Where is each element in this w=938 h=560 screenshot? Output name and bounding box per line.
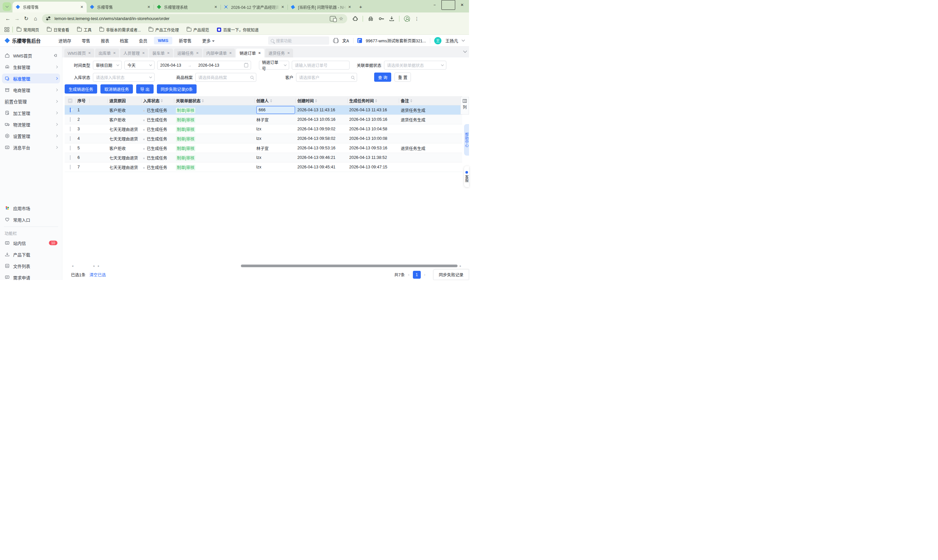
- url-text[interactable]: lemon-test.lemeng-test.cn/wms/standard/i…: [54, 16, 330, 21]
- close-icon[interactable]: ✕: [214, 5, 217, 9]
- date-from[interactable]: 2026-04-13: [160, 63, 181, 68]
- collapse-sidebar-icon[interactable]: [53, 54, 57, 57]
- extensions-puzzle-icon[interactable]: [352, 16, 358, 22]
- cancel-return-task-button[interactable]: 取消销退任务: [100, 85, 133, 94]
- translate-icon[interactable]: [330, 16, 336, 22]
- column-settings-button[interactable]: 列: [460, 97, 469, 115]
- scroll-right-icon[interactable]: ▸: [459, 264, 462, 268]
- password-key-icon[interactable]: [378, 16, 384, 22]
- prev-page-button[interactable]: ‹: [408, 272, 409, 277]
- app-logo[interactable]: 乐檬零售后台: [5, 37, 41, 44]
- date-to[interactable]: 2026-04-13: [198, 63, 219, 68]
- forward-button[interactable]: →: [12, 14, 22, 23]
- sidebar-item-processing[interactable]: 加工管理: [2, 108, 60, 118]
- sidebar-item-message-platform[interactable]: 消息平台: [2, 143, 60, 152]
- print-icon[interactable]: [333, 38, 338, 43]
- sidebar-item-file-list[interactable]: 文件列表: [2, 261, 60, 271]
- reload-button[interactable]: ↻: [22, 14, 31, 23]
- scroll-left-icon[interactable]: ◂: [71, 264, 74, 268]
- menu-item-wms[interactable]: WMS: [154, 37, 172, 44]
- row-checkbox[interactable]: [65, 165, 75, 169]
- user-name[interactable]: 王扬凡: [445, 37, 458, 44]
- new-tab-button[interactable]: +: [357, 2, 365, 11]
- sidebar-item-settings[interactable]: 设置管理: [2, 131, 60, 141]
- col-creator[interactable]: 创建人: [254, 96, 295, 105]
- clear-selection-link[interactable]: 清空已选: [89, 271, 106, 278]
- menu-item-jxc[interactable]: 进销存: [54, 36, 75, 45]
- sidebar-item-wms-home[interactable]: WMS首页: [2, 51, 60, 60]
- storage-status-select[interactable]: 请选择入库状态: [93, 73, 155, 82]
- export-button[interactable]: 导 出: [136, 85, 153, 94]
- back-button[interactable]: ←: [3, 14, 12, 23]
- org-account-name[interactable]: 99677-wms测试账套新页面321...: [366, 37, 426, 44]
- row-checkbox[interactable]: [65, 117, 75, 122]
- page-tab-transport[interactable]: 运输任务✕: [174, 49, 202, 57]
- creator-edit-input[interactable]: [256, 106, 295, 114]
- apps-grid-icon[interactable]: [5, 27, 9, 32]
- browser-tab-2[interactable]: 乐檬零售 ✕: [87, 2, 154, 12]
- row-checkbox[interactable]: [65, 108, 75, 112]
- close-icon[interactable]: ✕: [258, 51, 261, 55]
- close-icon[interactable]: ✕: [80, 5, 83, 9]
- scroll-left-icon[interactable]: ◂: [97, 264, 100, 268]
- browser-tab-5[interactable]: [当前任务] 问题导航器 - NHSo ✕: [288, 2, 354, 12]
- close-icon[interactable]: ✕: [113, 51, 115, 55]
- menu-item-report[interactable]: 报表: [97, 36, 113, 45]
- sidebar-item-request[interactable]: 需求申请: [2, 272, 60, 280]
- date-range-picker[interactable]: 2026-04-13 → 2026-04-13: [157, 61, 251, 69]
- close-icon[interactable]: ✕: [142, 51, 145, 55]
- table-horizontal-scrollbar[interactable]: ◂ ▸: [97, 264, 462, 268]
- table-row[interactable]: 1 客户拒收 已生成任务 制单|审核 2026-04-13 11:43:16 2…: [65, 105, 462, 115]
- customer-select[interactable]: 请选择客户: [296, 73, 357, 82]
- browser-tab-3[interactable]: 乐檬管理系统 ✕: [154, 2, 221, 12]
- table-row[interactable]: 5 客户拒收 已生成任务 制单|审核 林子宣 2026-04-13 09:53:…: [65, 143, 462, 153]
- table-row[interactable]: 2 客户拒收 已生成任务 制单|审核 林子宣 2026-04-13 10:05:…: [65, 115, 462, 125]
- scroll-right-icon[interactable]: ▸: [92, 264, 96, 268]
- reset-button[interactable]: 重 置: [395, 72, 411, 82]
- tab-overflow-chevron-icon[interactable]: [463, 49, 467, 52]
- fixed-columns-scrollbar[interactable]: ◂ ▸: [71, 264, 96, 268]
- address-bar[interactable]: lemon-test.lemeng-test.cn/wms/standard/i…: [42, 14, 347, 23]
- close-icon[interactable]: ✕: [148, 5, 150, 9]
- bookmark-folder[interactable]: 产品工作处理: [149, 27, 179, 32]
- sidebar-item-inbox[interactable]: 站内信 10: [2, 238, 60, 248]
- bookmark-baidu[interactable]: 百度一下，你就知道: [217, 27, 258, 32]
- minimize-button[interactable]: −: [427, 0, 441, 10]
- select-all-checkbox[interactable]: [65, 96, 75, 105]
- sidebar-item-front-warehouse[interactable]: 前置仓管理: [2, 97, 60, 106]
- bookmark-folder[interactable]: 非版本的需求或者...: [100, 27, 141, 32]
- page-tab-sales-return[interactable]: 销退订单✕: [236, 49, 264, 57]
- row-checkbox[interactable]: [65, 136, 75, 141]
- menu-item-archive[interactable]: 档案: [116, 36, 132, 45]
- sort-icon[interactable]: [410, 99, 412, 102]
- scrollbar-thumb[interactable]: [241, 265, 458, 267]
- bookmark-folder[interactable]: 工具: [77, 27, 92, 32]
- row-checkbox[interactable]: [65, 146, 75, 150]
- chevron-down-icon[interactable]: [462, 38, 465, 42]
- table-row[interactable]: 7 七天无理由退货 已生成任务 制单|审核 lzx 2026-04-13 09:…: [65, 163, 462, 172]
- close-icon[interactable]: ✕: [287, 51, 290, 55]
- menu-item-more[interactable]: 更多: [198, 36, 218, 45]
- quick-range-select[interactable]: 今天: [125, 61, 155, 69]
- sort-icon[interactable]: [315, 99, 317, 102]
- col-created-time[interactable]: 创建时间: [295, 96, 347, 105]
- page-tab-return-task[interactable]: 退货任务✕: [265, 49, 293, 57]
- page-tab-outbound[interactable]: 出库单✕: [95, 49, 119, 57]
- sidebar-item-ecommerce[interactable]: 电商管理: [2, 85, 60, 95]
- menu-item-retail[interactable]: 零售: [78, 36, 94, 45]
- col-storage-status[interactable]: 入库状态: [141, 96, 174, 105]
- sync-failed-records-button[interactable]: 同步失败记录|0条: [157, 85, 197, 94]
- next-page-button[interactable]: ›: [424, 272, 425, 277]
- page-tab-wms-home[interactable]: WMS首页✕: [64, 49, 94, 57]
- menu-item-new-retail[interactable]: 新零售: [175, 36, 195, 45]
- col-doc-status[interactable]: 关联单据状态: [174, 96, 254, 105]
- col-remark[interactable]: 备注: [399, 96, 462, 105]
- close-icon[interactable]: ✕: [196, 51, 198, 55]
- goods-select[interactable]: 请选择商品档案: [195, 73, 256, 82]
- menu-item-member[interactable]: 会员: [135, 36, 151, 45]
- sidebar-item-fresh[interactable]: 生鲜管理: [2, 62, 60, 72]
- restore-button[interactable]: [441, 0, 455, 10]
- bookmark-folder[interactable]: 日常查看: [47, 27, 69, 32]
- sidebar-item-logistics[interactable]: 物流管理: [2, 120, 60, 129]
- browser-menu-icon[interactable]: ⋮: [415, 16, 419, 22]
